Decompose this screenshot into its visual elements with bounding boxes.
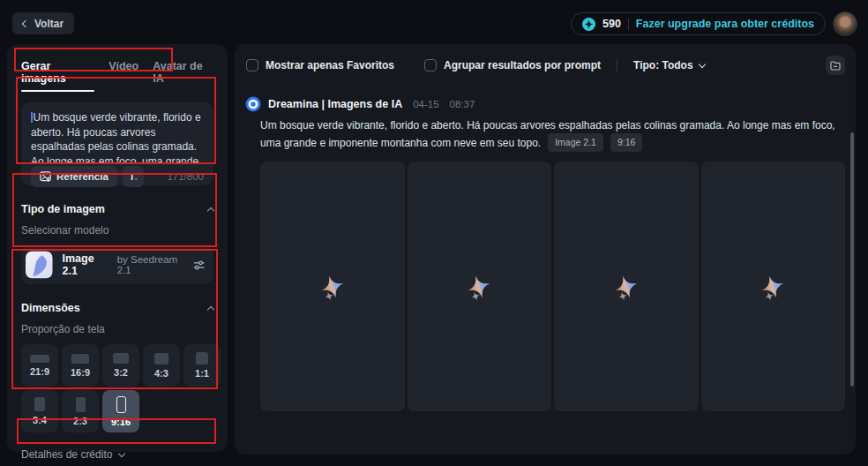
sparkle-loading-icon bbox=[463, 271, 495, 303]
model-by-label: by Seedream 2.1 bbox=[117, 254, 186, 275]
prompt-text: Um bosque verde vibrante, florido e aber… bbox=[31, 111, 201, 162]
result-date: 04-15 bbox=[413, 99, 438, 109]
generation-grid bbox=[260, 162, 845, 411]
model-thumbnail bbox=[26, 250, 53, 280]
type-dropdown[interactable]: Tipo: Todos bbox=[633, 59, 705, 71]
result-ratio-tag: 9:16 bbox=[610, 133, 642, 152]
filter-bar: Mostrar apenas Favoritos Agrupar resulta… bbox=[235, 44, 856, 75]
sparkle-loading-icon bbox=[610, 271, 642, 303]
ratio-1-1[interactable]: 1:1 bbox=[183, 344, 221, 387]
credits-pill[interactable]: 590 Fazer upgrade para obter créditos bbox=[571, 12, 826, 35]
generating-image-card[interactable] bbox=[701, 162, 846, 411]
chevron-up-icon[interactable] bbox=[207, 305, 214, 312]
result-prompt: Um bosque verde vibrante, florido e aber… bbox=[260, 118, 842, 152]
aspect-ratio-label: Proporção de tela bbox=[21, 323, 213, 335]
ratio-3-2-icon bbox=[113, 353, 129, 364]
generating-image-card[interactable] bbox=[554, 162, 699, 411]
ratio-21-9[interactable]: 21:9 bbox=[21, 344, 58, 387]
folder-icon bbox=[830, 61, 841, 71]
char-counter: 171/800 bbox=[167, 171, 204, 182]
text-tool-button[interactable]: T▫ bbox=[123, 166, 144, 187]
text-tool-sub-icon: ▫ bbox=[135, 176, 137, 182]
ratio-3-4-icon bbox=[34, 397, 45, 411]
image-type-title: Tipo de imagem bbox=[21, 203, 105, 215]
credit-details-toggle[interactable]: Detalhes de crédito bbox=[21, 448, 213, 461]
group-by-prompt-label: Agrupar resultados por prompt bbox=[444, 59, 601, 71]
chevron-up-icon[interactable] bbox=[207, 207, 214, 214]
ratio-4-3-icon bbox=[154, 353, 168, 365]
generating-image-card[interactable] bbox=[260, 162, 405, 411]
filter-divider bbox=[617, 59, 617, 71]
pill-divider bbox=[628, 19, 629, 30]
chevron-down-icon bbox=[698, 61, 705, 68]
group-by-prompt-checkbox[interactable] bbox=[424, 59, 437, 71]
chevron-left-icon bbox=[22, 19, 29, 26]
sparkle-loading-icon bbox=[317, 271, 348, 303]
favorites-label: Mostrar apenas Favoritos bbox=[266, 59, 394, 71]
sparkle-loading-icon bbox=[757, 271, 789, 303]
prompt-card: Um bosque verde vibrante, florido e aber… bbox=[21, 102, 213, 185]
add-image-icon bbox=[40, 171, 51, 183]
ratio-2-3[interactable]: 2:3 bbox=[62, 390, 99, 432]
ratio-9-16-icon bbox=[116, 396, 126, 413]
tab-gerar-imagens[interactable]: Gerar imagens bbox=[21, 60, 94, 92]
text-caret bbox=[31, 112, 33, 123]
ratio-1-1-icon bbox=[196, 352, 208, 365]
reference-button[interactable]: Referência bbox=[31, 166, 117, 187]
results-panel: Mostrar apenas Favoritos Agrupar resulta… bbox=[235, 44, 856, 455]
favorites-checkbox[interactable] bbox=[246, 59, 258, 71]
generating-image-card[interactable] bbox=[408, 162, 552, 411]
model-name: Image 2.1 bbox=[63, 252, 108, 277]
top-bar: Voltar 590 Fazer upgrade para obter créd… bbox=[0, 0, 868, 44]
select-model-label: Selecionar modelo bbox=[21, 224, 213, 237]
credit-coin-icon bbox=[582, 18, 595, 31]
dimensions-section: Dimensões Proporção de tela 21:9 16:9 3:… bbox=[21, 302, 213, 432]
result-model-tag: Image 2.1 bbox=[548, 133, 603, 152]
image-type-section: Tipo de imagem Selecionar modelo Image 2… bbox=[21, 203, 213, 284]
dimensions-title: Dimensões bbox=[21, 302, 80, 314]
user-avatar[interactable] bbox=[833, 11, 857, 36]
chevron-down-icon bbox=[118, 450, 125, 457]
scrollbar-thumb[interactable] bbox=[850, 132, 854, 387]
tab-avatar-ia[interactable]: Avatar de IA bbox=[153, 60, 213, 92]
prompt-toolbar: Referência T▫ 171/800 bbox=[31, 166, 204, 187]
ratio-3-2[interactable]: 3:2 bbox=[102, 344, 139, 387]
sliders-icon[interactable] bbox=[193, 259, 205, 271]
generation-sidebar: Gerar imagens Vídeo Avatar de IA Um bosq… bbox=[7, 44, 228, 452]
credit-details-label: Detalhes de crédito bbox=[21, 448, 112, 461]
ratio-16-9-icon bbox=[71, 354, 89, 364]
result-source-title: Dreamina | Imagens de IA bbox=[268, 98, 402, 110]
reference-button-label: Referência bbox=[56, 171, 108, 182]
upgrade-link[interactable]: Fazer upgrade para obter créditos bbox=[636, 18, 814, 30]
aspect-ratio-grid: 21:9 16:9 3:2 4:3 1:1 3:4 2:3 9:16 bbox=[21, 344, 213, 432]
ratio-3-4[interactable]: 3:4 bbox=[21, 390, 58, 432]
tab-video[interactable]: Vídeo bbox=[108, 60, 138, 92]
ratio-16-9[interactable]: 16:9 bbox=[62, 344, 99, 387]
model-selector[interactable]: Image 2.1 by Seedream 2.1 bbox=[21, 245, 213, 284]
image-type-header[interactable]: Tipo de imagem bbox=[21, 203, 213, 215]
back-button[interactable]: Voltar bbox=[12, 12, 74, 34]
ratio-21-9-icon bbox=[30, 355, 49, 363]
ratio-9-16-selected[interactable]: 9:16 bbox=[102, 390, 139, 432]
credits-balance: 590 bbox=[602, 18, 621, 30]
ratio-4-3[interactable]: 4:3 bbox=[143, 344, 180, 387]
type-dropdown-label: Tipo: Todos bbox=[633, 59, 693, 71]
text-tool-icon: T bbox=[129, 171, 135, 182]
dreamina-logo-icon bbox=[245, 96, 261, 112]
dimensions-header[interactable]: Dimensões bbox=[21, 302, 213, 314]
prompt-textarea[interactable]: Um bosque verde vibrante, florido e aber… bbox=[31, 110, 204, 162]
ratio-2-3-icon bbox=[76, 397, 86, 412]
result-header: Dreamina | Imagens de IA 04-15 08:37 bbox=[235, 75, 856, 112]
sidebar-tabs: Gerar imagens Vídeo Avatar de IA bbox=[21, 56, 213, 92]
asset-folder-button[interactable] bbox=[826, 56, 845, 75]
back-button-label: Voltar bbox=[34, 18, 64, 30]
result-time: 08:37 bbox=[450, 99, 475, 109]
